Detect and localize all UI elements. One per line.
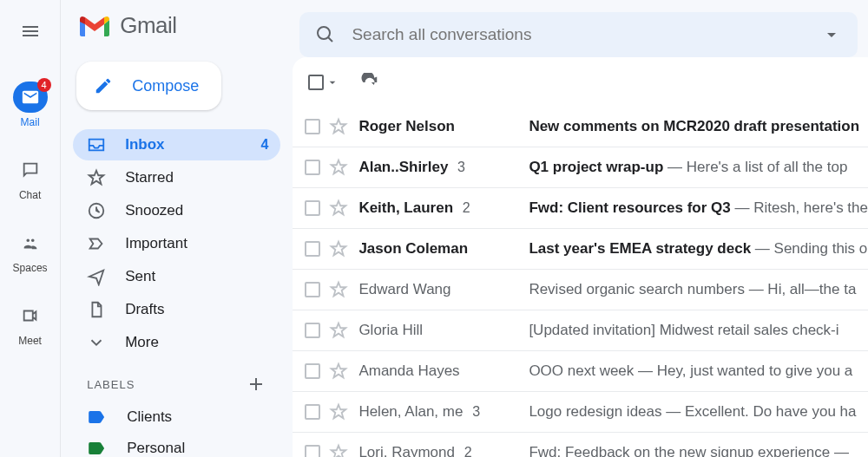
message-subject-line: Logo redesign ideas — Excellent. Do have… [529, 403, 868, 421]
nav-inbox-count: 4 [260, 137, 268, 153]
message-checkbox[interactable] [305, 200, 320, 216]
star-icon[interactable] [329, 117, 348, 136]
message-row[interactable]: Roger NelsonNew comments on MCR2020 draf… [293, 106, 868, 147]
message-checkbox[interactable] [305, 282, 320, 297]
compose-label: Compose [132, 77, 199, 95]
spaces-icon [21, 233, 40, 252]
app-rail: 4 Mail Chat Spaces Meet [0, 0, 61, 457]
message-sender: Gloria Hill [358, 322, 529, 339]
message-sender: Helen, Alan, me 3 [358, 403, 529, 421]
label-clients[interactable]: Clients [73, 402, 280, 433]
message-row[interactable]: Helen, Alan, me 3Logo redesign ideas — E… [293, 391, 868, 432]
rail-chat-label: Chat [19, 189, 41, 201]
label-clients-name: Clients [127, 408, 172, 426]
message-subject: Last year's EMEA strategy deck [529, 240, 751, 257]
refresh-icon[interactable] [360, 73, 379, 92]
rail-chat[interactable]: Chat [0, 154, 60, 201]
message-sender: Alan..Shirley 3 [358, 159, 529, 176]
message-checkbox[interactable] [305, 323, 320, 338]
message-subject-line: Revised organic search numbers — Hi, all… [529, 281, 868, 298]
star-icon[interactable] [329, 239, 348, 258]
folder-nav: Inbox 4 Starred Snoozed Important Sent [73, 129, 280, 358]
nav-sent[interactable]: Sent [73, 261, 280, 292]
rail-spaces[interactable]: Spaces [0, 227, 60, 274]
search-bar[interactable] [299, 12, 858, 57]
message-snippet: — Ritesh, here's the [731, 199, 868, 216]
nav-important[interactable]: Important [73, 228, 280, 259]
star-icon[interactable] [329, 402, 348, 421]
nav-starred[interactable]: Starred [73, 162, 280, 193]
select-all-dropdown-icon[interactable] [326, 75, 339, 89]
compose-button[interactable]: Compose [76, 62, 221, 110]
rail-meet-label: Meet [18, 335, 42, 347]
drafts-icon [87, 300, 106, 319]
rail-meet[interactable]: Meet [0, 300, 60, 347]
nav-inbox[interactable]: Inbox 4 [73, 129, 280, 160]
mail-icon [21, 88, 40, 107]
message-sender: Keith, Lauren 2 [358, 199, 529, 217]
thread-count: 2 [464, 445, 472, 457]
select-all[interactable] [308, 75, 339, 90]
label-personal-name: Personal [127, 440, 185, 457]
product-logo[interactable]: Gmail [73, 12, 280, 39]
meet-icon [21, 306, 40, 325]
add-label-icon[interactable] [246, 374, 266, 395]
message-checkbox[interactable] [305, 445, 320, 457]
product-name: Gmail [120, 12, 176, 39]
message-checkbox[interactable] [305, 404, 320, 420]
message-row[interactable]: Alan..Shirley 3Q1 project wrap-up — Here… [293, 147, 868, 187]
main-pane: Roger NelsonNew comments on MCR2020 draf… [289, 0, 868, 457]
nav-starred-label: Starred [125, 169, 174, 186]
menu-icon[interactable] [20, 21, 41, 42]
message-sender: Lori, Raymond 2 [358, 444, 529, 457]
inbox-icon [87, 135, 106, 154]
nav-drafts-label: Drafts [125, 301, 164, 318]
label-personal[interactable]: Personal [73, 433, 280, 457]
nav-drafts[interactable]: Drafts [73, 294, 280, 325]
message-sender: Amanda Hayes [358, 362, 529, 380]
message-row[interactable]: Edward WangRevised organic search number… [293, 269, 868, 310]
important-icon [87, 234, 106, 253]
labels-header: LABELS [73, 358, 280, 402]
search-input[interactable] [352, 25, 812, 44]
message-subject-line: Fwd: Client resources for Q3 — Ritesh, h… [529, 199, 868, 217]
rail-mail[interactable]: 4 Mail [0, 82, 60, 128]
star-icon[interactable] [329, 321, 348, 340]
message-snippet: — Hey, just wanted to give you a [634, 362, 852, 379]
message-snippet: — Here's a list of all the top [663, 159, 847, 175]
star-icon[interactable] [329, 443, 348, 457]
nav-important-label: Important [125, 235, 187, 252]
message-row[interactable]: Jason ColemanLast year's EMEA strategy d… [293, 228, 868, 269]
nav-more[interactable]: More [73, 327, 280, 358]
star-icon[interactable] [329, 158, 348, 177]
message-snippet: — Hi, all—the ta [745, 281, 857, 297]
message-checkbox[interactable] [305, 119, 320, 134]
select-all-checkbox[interactable] [308, 75, 324, 90]
svg-point-1 [318, 27, 330, 39]
message-snippet: — Excellent. Do have you ha [662, 403, 857, 420]
message-sender: Edward Wang [358, 281, 529, 298]
message-row[interactable]: Amanda HayesOOO next week — Hey, just wa… [293, 350, 868, 391]
rail-mail-label: Mail [21, 116, 40, 128]
nav-snoozed-label: Snoozed [125, 202, 183, 219]
star-icon[interactable] [329, 280, 348, 299]
label-personal-color [89, 442, 104, 454]
message-subject: [Updated invitation] Midwest retail sale… [529, 322, 838, 338]
message-checkbox[interactable] [305, 241, 320, 257]
message-subject: Fwd: Client resources for Q3 [529, 199, 730, 216]
nav-snoozed[interactable]: Snoozed [73, 195, 280, 226]
nav-sent-label: Sent [125, 268, 155, 285]
message-row[interactable]: Keith, Lauren 2Fwd: Client resources for… [293, 187, 868, 228]
message-subject: Fwd: Feedback on the new signup experien… [529, 444, 830, 457]
star-icon [87, 168, 106, 187]
message-checkbox[interactable] [305, 363, 320, 379]
message-row[interactable]: Lori, Raymond 2Fwd: Feedback on the new … [293, 432, 868, 457]
star-icon[interactable] [329, 199, 348, 218]
message-checkbox[interactable] [305, 160, 320, 175]
clock-icon [87, 201, 106, 220]
message-snippet: — Sending this o [751, 240, 867, 257]
search-options-icon[interactable] [821, 24, 842, 45]
message-snippet: — [830, 444, 849, 457]
star-icon[interactable] [329, 362, 348, 381]
message-row[interactable]: Gloria Hill[Updated invitation] Midwest … [293, 310, 868, 350]
